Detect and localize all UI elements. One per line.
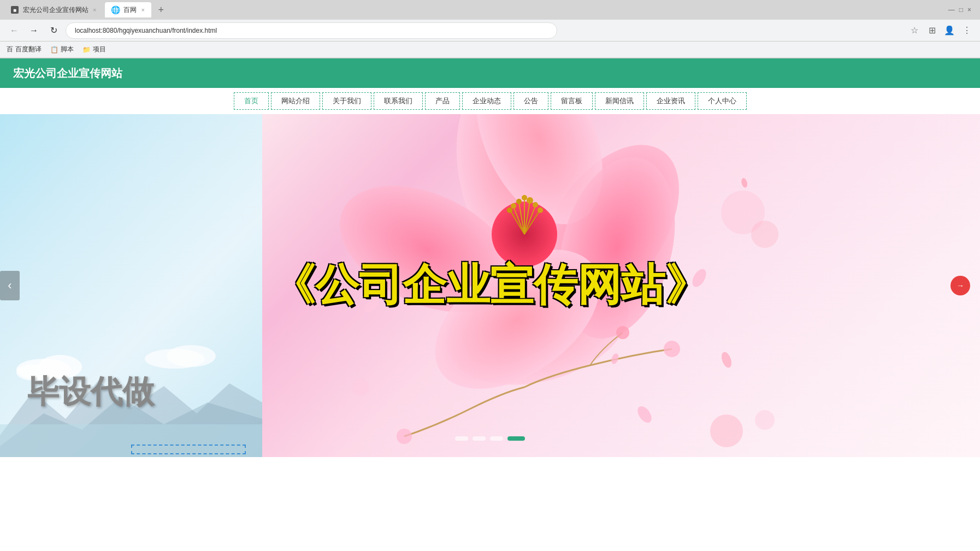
tab-1[interactable]: ■ 宏光公司企业宣传网站 ×: [4, 2, 103, 17]
nav-item-home[interactable]: 首页: [234, 92, 269, 110]
bookmarks-bar: 百 百度翻译 📋 脚本 📁 项目: [0, 42, 980, 58]
svg-point-21: [516, 199, 522, 204]
new-tab-button[interactable]: +: [154, 2, 169, 17]
tab-2[interactable]: 🌐 百网 ×: [105, 2, 151, 17]
back-button[interactable]: ←: [7, 23, 22, 38]
nav-item-about-us[interactable]: 关于我们: [322, 92, 371, 110]
script-label: 脚本: [61, 45, 74, 54]
svg-point-41: [352, 379, 369, 395]
nav-items-container: 首页 网站介绍 关于我们 联系我们 产品 企业动态 公告 留言板 新闻信讯 企业…: [233, 92, 748, 110]
project-label: 项目: [93, 45, 106, 54]
tab-1-favicon: ■: [11, 6, 19, 14]
slide-dot-3[interactable]: [490, 436, 503, 441]
window-minimize[interactable]: —: [948, 6, 955, 14]
float-icon: →: [957, 281, 964, 290]
site-title: 宏光公司企业宣传网站: [13, 66, 122, 81]
svg-point-23: [527, 197, 533, 204]
slide-dot-1[interactable]: [455, 436, 468, 441]
svg-point-39: [710, 414, 743, 447]
svg-point-30: [664, 341, 680, 357]
svg-point-25: [507, 208, 512, 213]
bottom-dashed-hint: [131, 445, 246, 454]
bookmark-project[interactable]: 📁 项目: [82, 45, 106, 54]
url-input[interactable]: [66, 22, 557, 39]
menu-icon[interactable]: ⋮: [960, 24, 973, 37]
svg-point-31: [616, 326, 629, 339]
window-restore[interactable]: □: [959, 6, 963, 14]
slide-dot-2[interactable]: [473, 436, 486, 441]
nav-item-news2[interactable]: 新闻信讯: [595, 92, 644, 110]
window-close[interactable]: ×: [967, 6, 971, 14]
hero-main-title: 《公司企业宣传网站》: [271, 256, 709, 315]
nav-item-contact[interactable]: 联系我们: [374, 92, 423, 110]
script-icon: 📋: [50, 46, 58, 54]
svg-point-17: [511, 203, 516, 209]
bookmark-baidu-translate[interactable]: 百 百度翻译: [7, 45, 42, 54]
svg-point-34: [719, 351, 733, 369]
nav-item-resources[interactable]: 企业资讯: [646, 92, 695, 110]
svg-point-40: [755, 410, 775, 430]
bookmark-star-icon[interactable]: ☆: [908, 24, 921, 37]
forward-icon: →: [29, 26, 38, 35]
tab-2-favicon: 🌐: [111, 6, 119, 14]
extensions-icon[interactable]: ⊞: [925, 24, 938, 37]
address-bar: ← → ↻ ☆ ⊞ 👤 ⋮: [0, 20, 980, 42]
nav-item-about-site[interactable]: 网站介绍: [271, 92, 320, 110]
nav-item-announcements[interactable]: 公告: [513, 92, 548, 110]
site-navigation: 首页 网站介绍 关于我们 联系我们 产品 企业动态 公告 留言板 新闻信讯 企业…: [0, 88, 980, 114]
tab-2-close[interactable]: ×: [141, 7, 144, 13]
tab-1-title: 宏光公司企业宣传网站: [23, 5, 88, 15]
tab-1-close[interactable]: ×: [93, 7, 96, 13]
float-action-button[interactable]: →: [951, 276, 970, 295]
prev-arrow-icon: ‹: [8, 279, 11, 293]
nav-item-profile[interactable]: 个人中心: [698, 92, 747, 110]
refresh-icon: ↻: [50, 25, 57, 35]
slide-indicators: [455, 436, 525, 441]
svg-point-27: [538, 208, 543, 213]
hero-section: 《公司企业宣传网站》 毕设代做 ‹ →: [0, 114, 980, 457]
svg-point-32: [397, 429, 412, 444]
svg-point-19: [533, 202, 538, 208]
browser-chrome: ■ 宏光公司企业宣传网站 × 🌐 百网 × + — □ × ← → ↻ ☆: [0, 0, 980, 58]
site-header: 宏光公司企业宣传网站: [0, 58, 980, 88]
slide-dot-4[interactable]: [507, 436, 525, 441]
nav-item-news[interactable]: 企业动态: [462, 92, 511, 110]
tab-2-title: 百网: [123, 5, 137, 15]
baidu-translate-icon: 百: [7, 45, 13, 54]
forward-button[interactable]: →: [26, 23, 42, 38]
profile-icon[interactable]: 👤: [943, 24, 956, 37]
back-icon: ←: [10, 26, 19, 35]
nav-item-products[interactable]: 产品: [425, 92, 460, 110]
svg-point-29: [522, 195, 527, 200]
svg-point-38: [751, 221, 778, 248]
nav-item-bulletin[interactable]: 留言板: [551, 92, 593, 110]
refresh-button[interactable]: ↻: [46, 23, 61, 38]
svg-point-6: [167, 345, 216, 367]
svg-point-36: [635, 404, 654, 425]
hero-sub-title: 毕设代做: [27, 371, 154, 413]
svg-point-43: [740, 177, 748, 188]
tabs-bar: ■ 宏光公司企业宣传网站 × 🌐 百网 × + — □ ×: [0, 0, 980, 20]
address-right-controls: ☆ ⊞ 👤 ⋮: [908, 24, 973, 37]
bookmark-script[interactable]: 📋 脚本: [50, 45, 74, 54]
baidu-translate-label: 百度翻译: [15, 45, 42, 54]
project-folder-icon: 📁: [82, 46, 91, 54]
hero-prev-button[interactable]: ‹: [0, 271, 20, 300]
